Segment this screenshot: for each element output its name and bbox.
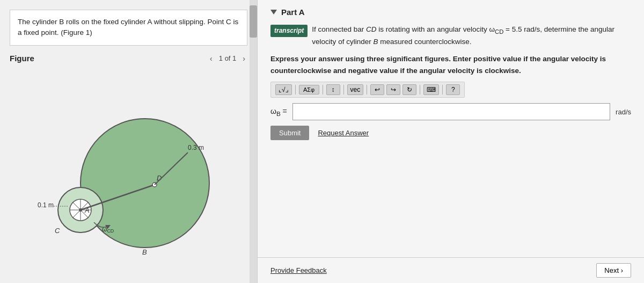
label-B: B xyxy=(142,248,147,256)
label-C: C xyxy=(55,227,60,235)
toolbar-sep-1 xyxy=(295,85,296,95)
math-toolbar: ⌞√⌟ ΑΣφ ↕ vec ↩ ↪ ↻ ​⌨ ? xyxy=(270,82,465,98)
next-button[interactable]: Next › xyxy=(596,263,631,278)
toolbar-sep-3 xyxy=(343,85,344,95)
part-label: Part A xyxy=(281,8,305,17)
right-panel: Part A transcript If connected bar CD is… xyxy=(258,0,644,283)
diagram-svg: D 0.3 m 0.1 m C A B ωCD xyxy=(21,89,236,261)
submit-button[interactable]: Submit xyxy=(270,126,309,140)
question-text: If connected bar CD is rotating with an … xyxy=(312,24,631,48)
figure-counter: 1 of 1 xyxy=(219,54,237,62)
svg-point-0 xyxy=(80,119,209,248)
scroll-thumb[interactable] xyxy=(250,5,257,38)
figure-label: Figure xyxy=(10,54,34,63)
figure-nav: ‹ 1 of 1 › xyxy=(208,53,247,64)
problem-statement: The cylinder B rolls on the fixed cylind… xyxy=(18,18,238,37)
unit-label: rad/s xyxy=(616,108,631,116)
provide-feedback-link[interactable]: Provide Feedback xyxy=(270,266,327,274)
input-row: ωB = rad/s xyxy=(270,103,631,120)
toolbar-sep-6 xyxy=(442,85,443,95)
figure-header: Figure ‹ 1 of 1 › xyxy=(0,50,257,67)
toolbar-sep-5 xyxy=(420,85,420,95)
question-block: transcript If connected bar CD is rotati… xyxy=(270,24,631,48)
figure-area: D 0.3 m 0.1 m C A B ωCD xyxy=(0,67,257,284)
keyboard-button[interactable]: ​⌨ xyxy=(423,84,439,95)
vec-button[interactable]: vec xyxy=(347,84,364,95)
problem-text: The cylinder B rolls on the fixed cylind… xyxy=(10,10,247,46)
omega-label: ωB = xyxy=(270,107,287,117)
sqrt-button[interactable]: ⌞√⌟ xyxy=(275,84,292,95)
left-panel: The cylinder B rolls on the fixed cylind… xyxy=(0,0,258,283)
toolbar-sep-2 xyxy=(323,85,323,95)
express-text: Express your answer using three signific… xyxy=(270,53,631,76)
arrows-button[interactable]: ↕ xyxy=(326,84,340,95)
prev-figure-button[interactable]: ‹ xyxy=(208,53,215,64)
label-0p1m: 0.1 m xyxy=(38,201,54,209)
transcript-badge[interactable]: transcript xyxy=(270,25,308,37)
redo-button[interactable]: ↪ xyxy=(386,84,400,95)
symbol-button[interactable]: ΑΣφ xyxy=(299,85,319,95)
bottom-bar: Provide Feedback Next › xyxy=(258,257,644,283)
label-0p3m: 0.3 m xyxy=(188,144,204,151)
collapse-icon[interactable] xyxy=(270,10,277,14)
help-button[interactable]: ? xyxy=(446,84,460,95)
label-A: A xyxy=(84,206,90,214)
next-figure-button[interactable]: › xyxy=(240,53,247,64)
scrollbar[interactable] xyxy=(250,0,257,283)
part-header: Part A xyxy=(258,0,644,21)
toolbar-sep-4 xyxy=(367,85,367,95)
refresh-button[interactable]: ↻ xyxy=(402,84,416,95)
answer-input[interactable] xyxy=(292,103,610,120)
action-row: Submit Request Answer xyxy=(270,126,631,140)
request-answer-link[interactable]: Request Answer xyxy=(318,129,369,137)
content-area: transcript If connected bar CD is rotati… xyxy=(258,21,644,257)
undo-button[interactable]: ↩ xyxy=(370,84,384,95)
